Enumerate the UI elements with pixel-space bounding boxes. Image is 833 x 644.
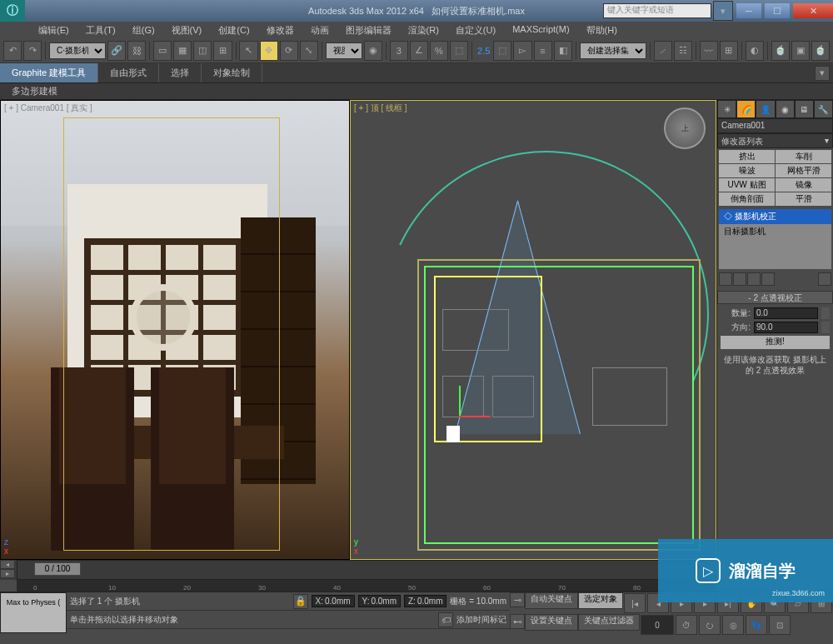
modifier-noise-button[interactable]: 噪波 (719, 164, 775, 177)
time-tag-button[interactable]: 🏷 (438, 612, 453, 627)
modifier-list-dropdown[interactable]: 修改器列表▾ (717, 133, 833, 148)
view-dropdown[interactable]: 视图 (326, 42, 362, 59)
viewport-camera[interactable]: [ + ] Camera001 [ 真实 ] (0, 100, 350, 560)
modifier-meshsmooth-button[interactable]: 网格平滑 (776, 164, 831, 177)
menu-maxscript[interactable]: MAXScript(M) (504, 22, 577, 38)
dolly-button[interactable]: ◎ (722, 615, 744, 635)
ribbon-panel-polymodeling[interactable]: 多边形建模 (0, 83, 833, 100)
unlink-button[interactable]: ⛓ (127, 41, 146, 61)
goto-start-button[interactable]: |◂ (624, 593, 646, 613)
configure-sets-button[interactable] (818, 272, 831, 286)
help-search-input[interactable]: 键入关键字或短语 (603, 3, 711, 18)
menu-tools[interactable]: 工具(T) (77, 22, 124, 38)
modifier-mirror-button[interactable]: 镜像 (776, 178, 831, 192)
ribbon-tab-object-paint[interactable]: 对象绘制 (202, 63, 262, 82)
modifier-lathe-button[interactable]: 车削 (776, 150, 831, 163)
menu-customize[interactable]: 自定义(U) (447, 22, 504, 38)
window-crossing-button[interactable]: ⊞ (213, 41, 232, 61)
viewport-label-top[interactable]: [ + ] 顶 [ 线框 ] (354, 102, 407, 114)
object-name-field[interactable]: Camera001 (717, 118, 833, 133)
modifier-stack[interactable]: ◇ 摄影机校正 目标摄影机 (719, 209, 831, 269)
menu-edit[interactable]: 编辑(E) (30, 22, 77, 38)
time-slider-track[interactable]: 0 / 100 (17, 560, 716, 580)
align-button[interactable]: ≡ (534, 41, 552, 61)
modifier-bevel-button[interactable]: 倒角剖面 (719, 192, 775, 206)
remove-modifier-button[interactable] (761, 272, 775, 286)
orbit-button[interactable]: ⭮ (699, 615, 721, 635)
camera-object-icon[interactable] (446, 426, 460, 442)
menu-rendering[interactable]: 渲染(R) (400, 22, 447, 38)
key-filters-button[interactable]: 关键点过滤器 (578, 614, 640, 631)
close-button[interactable]: ✕ (793, 3, 833, 18)
motion-tab[interactable]: ◉ (776, 100, 795, 118)
z-coord-field[interactable]: Z:0.0mm (404, 595, 446, 607)
utilities-tab[interactable]: 🔧 (814, 100, 833, 118)
add-time-tag[interactable]: 添加时间标记 (456, 614, 506, 626)
reference-coord-dropdown[interactable]: C·摄影机 (49, 42, 106, 59)
mirror-tool-button[interactable]: ⟋ (654, 41, 672, 61)
selection-set-dropdown[interactable]: 创建选择集 (580, 42, 646, 59)
material-editor-button[interactable]: ◐ (746, 41, 764, 61)
y-coord-field[interactable]: Y:0.0mm (358, 595, 401, 607)
select-button[interactable]: ↖ (239, 41, 257, 61)
selected-dropdown[interactable]: 选定对象 (578, 592, 623, 609)
move-button[interactable]: ✥ (260, 41, 278, 61)
align-tool-button[interactable]: ☷ (674, 41, 692, 61)
create-tab[interactable]: ✳ (717, 100, 736, 118)
modifier-extrude-button[interactable]: 挤出 (719, 150, 775, 163)
move-gizmo-icon[interactable] (459, 384, 492, 417)
snap-toggle-button[interactable]: 3 (390, 41, 408, 61)
time-config-button[interactable]: ⏱ (676, 615, 697, 635)
guess-button[interactable]: 推测! (721, 336, 830, 349)
curve-editor-button[interactable]: 〰 (700, 41, 718, 61)
named-sel-button[interactable]: ⬚ (493, 41, 511, 61)
select-object-button[interactable]: ▭ (153, 41, 172, 61)
menu-create[interactable]: 创建(C) (210, 22, 257, 38)
ribbon-minimize-button[interactable]: ▾ (815, 66, 830, 81)
minimize-button[interactable]: ─ (736, 3, 761, 18)
viewport-label-camera[interactable]: [ + ] Camera001 [ 真实 ] (4, 102, 92, 114)
hierarchy-tab[interactable]: 👤 (756, 100, 775, 118)
x-coord-field[interactable]: X:0.0mm (312, 595, 355, 607)
setkey-button[interactable]: 设置关键点 (525, 614, 578, 631)
maximize-button[interactable]: ☐ (765, 3, 790, 18)
timeline-prev-button[interactable]: ◂ (0, 560, 15, 569)
modifier-uvwmap-button[interactable]: UVW 贴图 (719, 178, 775, 192)
viewport-top[interactable]: [ + ] 顶 [ 线框 ] 上 yx (350, 100, 716, 560)
set-key-button[interactable]: ⊷ (510, 614, 525, 629)
key-mode-button[interactable]: ⊸ (510, 592, 525, 607)
menu-group[interactable]: 组(G) (124, 22, 163, 38)
menu-help[interactable]: 帮助(H) (578, 22, 626, 38)
rotate-button[interactable]: ⟳ (280, 41, 298, 61)
menu-graph-editors[interactable]: 图形编辑器 (337, 22, 400, 38)
ribbon-tab-selection[interactable]: 选择 (159, 63, 202, 82)
menu-views[interactable]: 视图(V) (163, 22, 211, 38)
redo-button[interactable]: ↷ (23, 41, 42, 61)
stack-item-target-camera[interactable]: 目标摄影机 (719, 224, 831, 239)
timeline-next-button[interactable]: ▸ (0, 569, 15, 578)
walk-button[interactable]: 👣 (746, 615, 767, 635)
render-button[interactable]: 🍵 (811, 41, 830, 61)
autokey-button[interactable]: 自动关键点 (525, 592, 578, 609)
scale-button[interactable]: ⤡ (300, 41, 318, 61)
lock-selection-button[interactable]: 🔒 (293, 594, 308, 609)
direction-spinner[interactable]: 90.0 (754, 322, 818, 333)
mirror-button[interactable]: ▻ (513, 41, 531, 61)
app-icon[interactable]: ⓘ (0, 0, 25, 22)
spinner-snap-button[interactable]: ⬚ (450, 41, 468, 61)
rollout-header-2pt[interactable]: - 2 点透视校正 (717, 291, 833, 304)
current-frame-field[interactable]: 0 (641, 615, 674, 635)
menu-modifiers[interactable]: 修改器 (258, 22, 302, 38)
angle-snap-button[interactable]: ∠ (410, 41, 428, 61)
maxscript-listener[interactable]: Max to Physes ( (0, 592, 67, 633)
show-end-result-button[interactable] (733, 272, 746, 286)
time-slider[interactable]: 0 / 100 (34, 562, 81, 576)
schematic-view-button[interactable]: ⊞ (720, 41, 738, 61)
amount-spin-buttons[interactable] (821, 307, 830, 319)
pin-stack-button[interactable] (719, 272, 732, 286)
ribbon-tab-freeform[interactable]: 自由形式 (98, 63, 159, 82)
help-dropdown[interactable]: ▾ (713, 1, 733, 21)
stack-item-camera-correction[interactable]: ◇ 摄影机校正 (719, 209, 831, 224)
direction-spin-buttons[interactable] (821, 322, 830, 333)
menu-animation[interactable]: 动画 (302, 22, 337, 38)
